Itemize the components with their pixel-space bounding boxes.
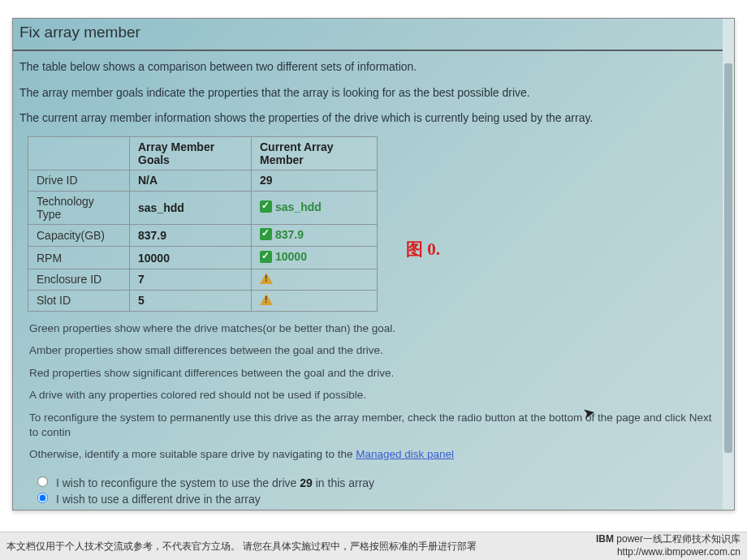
row-goal: sas_hdd xyxy=(130,191,252,224)
row-goal: 837.9 xyxy=(130,224,252,247)
row-current: sas_hdd xyxy=(252,191,378,224)
note-red: Red properties show significant differen… xyxy=(29,366,718,381)
check-icon xyxy=(260,228,272,240)
note-reconfig: To reconfigure the system to permanently… xyxy=(29,411,718,439)
row-label: Capacity(GB) xyxy=(28,224,130,247)
col-header xyxy=(28,136,130,170)
row-goal: N/A xyxy=(130,170,252,191)
row-goal: 10000 xyxy=(130,247,252,269)
radio-reconfigure[interactable] xyxy=(37,476,48,487)
warning-icon xyxy=(260,294,273,305)
row-current xyxy=(252,290,378,311)
scrollbar-vertical[interactable] xyxy=(723,19,734,510)
row-current: 837.9 xyxy=(252,224,378,247)
comparison-table: Array Member Goals Current Array Member … xyxy=(28,136,378,312)
note-amber: Amber properties show small differences … xyxy=(29,343,718,358)
check-icon xyxy=(260,200,272,213)
warning-icon xyxy=(260,273,273,284)
row-current: 10000 xyxy=(252,247,378,269)
note-otherwise: Otherwise, identify a more suitable spar… xyxy=(29,447,718,462)
row-goal: 7 xyxy=(130,269,252,290)
row-label: Enclosure ID xyxy=(28,269,130,290)
row-current xyxy=(252,269,378,290)
col-header: Array Member Goals xyxy=(130,136,252,170)
intro-line: The array member goals indicate the prop… xyxy=(19,85,728,101)
footer-disclaimer: 本文档仅用于个人技术交流或参考，不代表官方立场。 请您在具体实施过程中，严格按照… xyxy=(6,540,596,554)
scrollbar-thumb[interactable] xyxy=(724,63,732,453)
option-different-drive[interactable]: I wish to use a different drive in the a… xyxy=(37,493,710,506)
intro-line: The current array member information sho… xyxy=(19,110,728,127)
managed-disk-panel-link[interactable]: Managed disk panel xyxy=(356,448,454,460)
radio-different-drive[interactable] xyxy=(37,493,48,503)
check-icon xyxy=(260,251,272,263)
col-header: Current Array Member xyxy=(252,136,378,170)
table-row: Drive ID N/A 29 xyxy=(28,170,378,191)
row-goal: 5 xyxy=(130,290,252,311)
notes-section: Green properties show where the drive ma… xyxy=(13,321,734,462)
table-row: RPM 10000 10000 xyxy=(28,247,378,269)
table-row: Capacity(GB) 837.9 837.9 xyxy=(28,224,378,247)
intro-section: The table below shows a comparison betwe… xyxy=(13,59,734,127)
fix-array-member-dialog: Fix array member The table below shows a… xyxy=(12,18,735,510)
intro-line: The table below shows a comparison betwe… xyxy=(19,59,728,75)
row-label: Drive ID xyxy=(28,170,130,191)
table-row: Slot ID 5 xyxy=(28,290,378,311)
option-reconfigure[interactable]: I wish to reconfigure the system to use … xyxy=(37,476,710,489)
footer-credit: IBM power一线工程师技术知识库 http://www.ibmpower.… xyxy=(596,533,741,558)
note-green: Green properties show where the drive ma… xyxy=(29,321,718,336)
row-label: Slot ID xyxy=(28,290,130,311)
figure-annotation: 图 0. xyxy=(406,238,440,261)
row-current: 29 xyxy=(252,170,378,191)
page-footer: 本文档仅用于个人技术交流或参考，不代表官方立场。 请您在具体实施过程中，严格按照… xyxy=(0,532,747,560)
table-row: Technology Type sas_hdd sas_hdd xyxy=(28,191,378,224)
radio-options: I wish to reconfigure the system to use … xyxy=(13,470,734,510)
row-label: RPM xyxy=(28,247,130,269)
row-label: Technology Type xyxy=(28,191,130,224)
table-row: Enclosure ID 7 xyxy=(28,269,378,290)
dialog-title: Fix array member xyxy=(13,19,734,51)
note-red-warn: A drive with any properties colored red … xyxy=(29,388,718,403)
